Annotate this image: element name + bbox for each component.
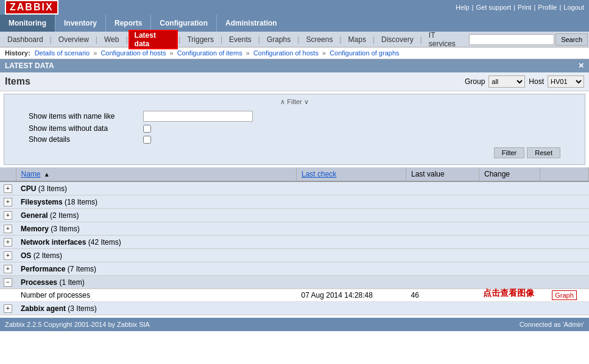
search-input[interactable] <box>469 34 554 45</box>
group-count: (7 Items) <box>68 265 96 273</box>
subnav-screens[interactable]: Screens <box>300 34 339 45</box>
group-name: Zabbix agent <box>21 304 66 313</box>
filter-nodata-row: Show items without data <box>4 123 585 134</box>
sort-arrow-icon: ▲ <box>44 171 50 178</box>
subnav-overview[interactable]: Overview <box>52 34 95 45</box>
breadcrumb-config-graphs[interactable]: Configuration of graphs <box>330 49 399 57</box>
data-row: Number of processes 07 Aug 2014 14:28:48… <box>0 289 589 302</box>
group-row: + General (2 Items) <box>0 209 589 222</box>
subnav-triggers[interactable]: Triggers <box>181 34 220 45</box>
filter-header: ∧ Filter ∨ <box>4 98 585 106</box>
nav-monitoring[interactable]: Monitoring <box>0 15 55 32</box>
get-support-link[interactable]: Get support <box>476 4 510 11</box>
filter-button[interactable]: Filter <box>494 147 524 158</box>
th-expand <box>0 167 16 181</box>
print-link[interactable]: Print <box>518 4 532 11</box>
host-group-selector: Group all Host HV01 <box>465 75 584 88</box>
items-header: Items Group all Host HV01 <box>0 72 589 91</box>
filter-nodata-checkbox[interactable] <box>143 125 151 133</box>
group-name: Performance <box>21 265 65 273</box>
footer-copyright: Zabbix 2.2.5 Copyright 2001-2014 by Zabb… <box>5 321 150 328</box>
group-count: (2 Items) <box>50 211 79 220</box>
filter-details-label: Show details <box>29 135 138 144</box>
expand-button[interactable]: + <box>4 211 12 220</box>
filter-details-checkbox[interactable] <box>143 136 151 144</box>
nav-inventory[interactable]: Inventory <box>55 15 106 32</box>
group-count: (42 Items) <box>88 238 121 247</box>
group-row: + Memory (3 Items) <box>0 222 589 236</box>
expand-button[interactable]: + <box>4 225 12 233</box>
subnav-web[interactable]: Web <box>98 34 125 45</box>
filter-name-label: Show items with name like <box>29 112 138 121</box>
breadcrumb-config-items[interactable]: Configuration of items <box>177 49 242 57</box>
subnav-events[interactable]: Events <box>223 34 258 45</box>
group-name: Memory <box>21 225 49 233</box>
breadcrumb: History: Details of scenario » Configura… <box>0 47 589 59</box>
group-name: OS <box>21 251 31 260</box>
breadcrumb-config-hosts-1[interactable]: Configuration of hosts <box>101 49 166 57</box>
host-select[interactable]: HV01 <box>548 75 584 88</box>
expand-button[interactable]: + <box>4 265 12 273</box>
graph-link[interactable]: Graph <box>552 290 577 300</box>
th-name: Name ▲ <box>16 167 297 181</box>
group-count: (3 Items) <box>51 225 79 233</box>
breadcrumb-details[interactable]: Details of scenario <box>35 49 90 57</box>
expand-button[interactable]: + <box>4 304 12 313</box>
group-row: + OS (2 Items) <box>0 249 589 262</box>
expand-button[interactable]: + <box>4 238 12 247</box>
filter-box: ∧ Filter ∨ Show items with name like Sho… <box>4 94 585 165</box>
subnav-graphs[interactable]: Graphs <box>261 34 297 45</box>
chinese-annotation: 点击查看图像 <box>483 288 534 299</box>
subnav-dashboard[interactable]: Dashboard <box>1 34 49 45</box>
group-count: (18 Items) <box>65 198 97 206</box>
filter-details-row: Show details <box>4 134 585 145</box>
expand-button[interactable]: + <box>4 198 12 206</box>
group-name: Filesystems <box>21 198 63 206</box>
sort-lastcheck-link[interactable]: Last check <box>302 170 336 178</box>
group-row: + Performance (7 Items) <box>0 262 589 276</box>
item-last-value: 46 <box>411 291 419 299</box>
footer-connected: Connected as 'Admin' <box>520 321 584 328</box>
group-name: General <box>21 211 48 220</box>
sort-name-link[interactable]: Name <box>21 170 41 178</box>
subnav-maps[interactable]: Maps <box>342 34 372 45</box>
close-icon[interactable]: ✕ <box>578 61 584 70</box>
breadcrumb-config-hosts-2[interactable]: Configuration of hosts <box>253 49 319 57</box>
group-name: Processes <box>21 278 57 287</box>
help-link[interactable]: Help <box>456 4 470 11</box>
subnav-discovery[interactable]: Discovery <box>375 34 420 45</box>
search-button[interactable]: Search <box>555 33 588 46</box>
item-last-check: 07 Aug 2014 14:28:48 <box>302 291 373 299</box>
group-row: + Zabbix agent (3 Items) <box>0 302 589 315</box>
group-name: Network interfaces <box>21 238 86 247</box>
subnav-it-services[interactable]: IT services <box>423 30 469 49</box>
item-name: Number of processes <box>21 291 90 299</box>
group-count: (3 Items) <box>68 304 96 313</box>
items-title: Items <box>5 76 30 87</box>
footer: Zabbix 2.2.5 Copyright 2001-2014 by Zabb… <box>0 318 589 331</box>
filter-name-row: Show items with name like <box>4 110 585 123</box>
group-row: + Filesystems (18 Items) <box>0 195 589 209</box>
expand-button[interactable]: + <box>4 251 12 260</box>
reset-button[interactable]: Reset <box>527 147 560 158</box>
subnav-latest-data[interactable]: Latest data <box>129 30 178 49</box>
group-count: (1 Item) <box>59 278 84 287</box>
section-header: LATEST DATA ✕ <box>0 59 589 72</box>
expand-button[interactable]: + <box>4 184 12 193</box>
data-table: Name ▲ Last check Last value Change + CP… <box>0 167 589 315</box>
group-row: + CPU (3 Items) <box>0 181 589 195</box>
group-count: (3 Items) <box>38 184 67 193</box>
group-count: (2 Items) <box>34 251 62 260</box>
profile-link[interactable]: Profile <box>538 4 557 11</box>
filter-nodata-label: Show items without data <box>29 124 138 133</box>
th-actions <box>540 167 589 181</box>
group-row: + Network interfaces (42 Items) <box>0 236 589 249</box>
nav-administration[interactable]: Administration <box>217 15 286 32</box>
group-name: CPU <box>21 184 36 193</box>
th-change: Change <box>479 167 540 181</box>
filter-name-input[interactable] <box>143 111 253 122</box>
filter-buttons: Filter Reset <box>4 145 585 161</box>
expand-button[interactable]: − <box>4 278 12 287</box>
logout-link[interactable]: Logout <box>563 4 584 11</box>
group-select[interactable]: all <box>488 75 525 88</box>
